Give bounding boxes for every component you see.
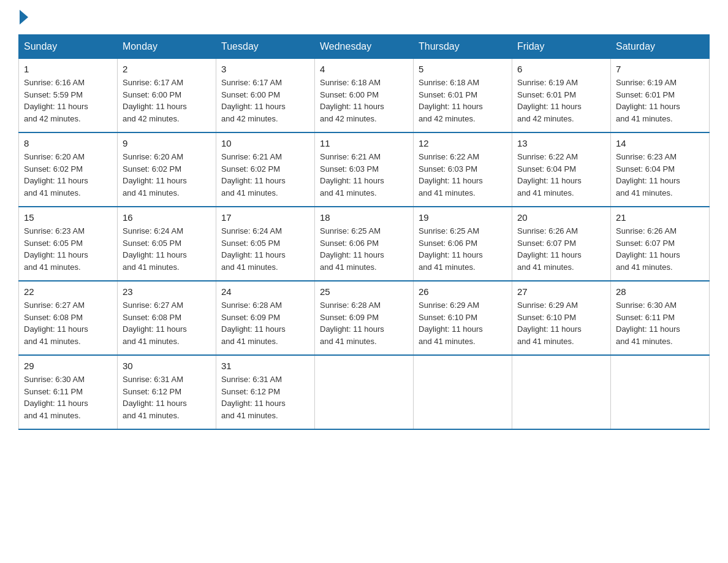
day-info: Sunrise: 6:26 AMSunset: 6:07 PMDaylight:…	[616, 225, 704, 273]
day-info: Sunrise: 6:21 AMSunset: 6:03 PMDaylight:…	[320, 151, 408, 199]
day-number: 17	[221, 212, 309, 223]
day-number: 21	[616, 212, 704, 223]
day-number: 28	[616, 286, 704, 297]
day-cell-30: 30Sunrise: 6:31 AMSunset: 6:12 PMDayligh…	[118, 355, 216, 429]
day-info: Sunrise: 6:30 AMSunset: 6:11 PMDaylight:…	[24, 373, 112, 421]
day-cell-20: 20Sunrise: 6:26 AMSunset: 6:07 PMDayligh…	[512, 207, 611, 281]
day-number: 30	[123, 361, 211, 371]
week-row-3: 15Sunrise: 6:23 AMSunset: 6:05 PMDayligh…	[19, 207, 710, 281]
day-cell-6: 6Sunrise: 6:19 AMSunset: 6:01 PMDaylight…	[512, 59, 611, 133]
day-info: Sunrise: 6:23 AMSunset: 6:05 PMDaylight:…	[24, 225, 112, 273]
day-number: 9	[123, 138, 211, 148]
calendar-header: SundayMondayTuesdayWednesdayThursdayFrid…	[19, 35, 710, 59]
day-number: 22	[24, 286, 112, 297]
day-info: Sunrise: 6:16 AMSunset: 5:59 PMDaylight:…	[24, 77, 112, 124]
day-info: Sunrise: 6:26 AMSunset: 6:07 PMDaylight:…	[517, 225, 605, 273]
day-info: Sunrise: 6:21 AMSunset: 6:02 PMDaylight:…	[221, 151, 309, 199]
week-row-1: 1Sunrise: 6:16 AMSunset: 5:59 PMDaylight…	[19, 59, 710, 133]
day-info: Sunrise: 6:18 AMSunset: 6:01 PMDaylight:…	[419, 77, 507, 124]
day-info: Sunrise: 6:18 AMSunset: 6:00 PMDaylight:…	[320, 77, 408, 124]
empty-cell	[315, 355, 414, 429]
day-info: Sunrise: 6:19 AMSunset: 6:01 PMDaylight:…	[616, 77, 704, 124]
day-info: Sunrise: 6:24 AMSunset: 6:05 PMDaylight:…	[123, 225, 211, 273]
day-cell-15: 15Sunrise: 6:23 AMSunset: 6:05 PMDayligh…	[19, 207, 118, 281]
day-cell-5: 5Sunrise: 6:18 AMSunset: 6:01 PMDaylight…	[414, 59, 512, 133]
week-row-4: 22Sunrise: 6:27 AMSunset: 6:08 PMDayligh…	[19, 281, 710, 355]
day-info: Sunrise: 6:29 AMSunset: 6:10 PMDaylight:…	[517, 299, 605, 347]
day-cell-7: 7Sunrise: 6:19 AMSunset: 6:01 PMDaylight…	[611, 59, 710, 133]
day-number: 18	[320, 212, 408, 223]
day-cell-25: 25Sunrise: 6:28 AMSunset: 6:09 PMDayligh…	[315, 281, 414, 355]
day-info: Sunrise: 6:25 AMSunset: 6:06 PMDaylight:…	[320, 225, 408, 273]
day-number: 31	[221, 361, 309, 371]
day-header-sunday: Sunday	[19, 35, 118, 59]
day-info: Sunrise: 6:31 AMSunset: 6:12 PMDaylight:…	[221, 373, 309, 421]
day-cell-29: 29Sunrise: 6:30 AMSunset: 6:11 PMDayligh…	[19, 355, 118, 429]
week-row-5: 29Sunrise: 6:30 AMSunset: 6:11 PMDayligh…	[19, 355, 710, 429]
day-number: 10	[221, 138, 309, 148]
day-info: Sunrise: 6:31 AMSunset: 6:12 PMDaylight:…	[123, 373, 211, 421]
day-cell-19: 19Sunrise: 6:25 AMSunset: 6:06 PMDayligh…	[414, 207, 512, 281]
day-cell-24: 24Sunrise: 6:28 AMSunset: 6:09 PMDayligh…	[216, 281, 315, 355]
day-cell-21: 21Sunrise: 6:26 AMSunset: 6:07 PMDayligh…	[611, 207, 710, 281]
calendar-table: SundayMondayTuesdayWednesdayThursdayFrid…	[18, 34, 710, 430]
day-cell-18: 18Sunrise: 6:25 AMSunset: 6:06 PMDayligh…	[315, 207, 414, 281]
day-header-monday: Monday	[118, 35, 216, 59]
day-cell-23: 23Sunrise: 6:27 AMSunset: 6:08 PMDayligh…	[118, 281, 216, 355]
day-cell-1: 1Sunrise: 6:16 AMSunset: 5:59 PMDaylight…	[19, 59, 118, 133]
day-info: Sunrise: 6:22 AMSunset: 6:03 PMDaylight:…	[419, 151, 507, 199]
day-number: 4	[320, 64, 408, 74]
day-number: 5	[419, 64, 507, 74]
day-cell-14: 14Sunrise: 6:23 AMSunset: 6:04 PMDayligh…	[611, 132, 710, 207]
day-header-saturday: Saturday	[611, 35, 710, 59]
day-number: 13	[517, 138, 605, 148]
day-number: 16	[123, 212, 211, 223]
day-number: 1	[24, 64, 112, 74]
day-number: 25	[320, 286, 408, 297]
day-info: Sunrise: 6:20 AMSunset: 6:02 PMDaylight:…	[123, 151, 211, 199]
day-number: 3	[221, 64, 309, 74]
day-cell-28: 28Sunrise: 6:30 AMSunset: 6:11 PMDayligh…	[611, 281, 710, 355]
logo-arrow-icon	[20, 10, 28, 25]
day-number: 24	[221, 286, 309, 297]
day-number: 8	[24, 138, 112, 148]
day-info: Sunrise: 6:22 AMSunset: 6:04 PMDaylight:…	[517, 151, 605, 199]
day-number: 14	[616, 138, 704, 148]
day-cell-26: 26Sunrise: 6:29 AMSunset: 6:10 PMDayligh…	[414, 281, 512, 355]
day-number: 11	[320, 138, 408, 148]
day-cell-27: 27Sunrise: 6:29 AMSunset: 6:10 PMDayligh…	[512, 281, 611, 355]
day-cell-8: 8Sunrise: 6:20 AMSunset: 6:02 PMDaylight…	[19, 132, 118, 207]
day-cell-17: 17Sunrise: 6:24 AMSunset: 6:05 PMDayligh…	[216, 207, 315, 281]
day-info: Sunrise: 6:23 AMSunset: 6:04 PMDaylight:…	[616, 151, 704, 199]
empty-cell	[414, 355, 512, 429]
day-header-friday: Friday	[512, 35, 611, 59]
day-cell-12: 12Sunrise: 6:22 AMSunset: 6:03 PMDayligh…	[414, 132, 512, 207]
page-header	[18, 12, 710, 22]
day-header-thursday: Thursday	[414, 35, 512, 59]
day-cell-2: 2Sunrise: 6:17 AMSunset: 6:00 PMDaylight…	[118, 59, 216, 133]
logo	[18, 12, 28, 22]
day-info: Sunrise: 6:27 AMSunset: 6:08 PMDaylight:…	[24, 299, 112, 347]
days-of-week-row: SundayMondayTuesdayWednesdayThursdayFrid…	[19, 35, 710, 59]
day-cell-9: 9Sunrise: 6:20 AMSunset: 6:02 PMDaylight…	[118, 132, 216, 207]
day-info: Sunrise: 6:17 AMSunset: 6:00 PMDaylight:…	[123, 77, 211, 124]
day-info: Sunrise: 6:28 AMSunset: 6:09 PMDaylight:…	[221, 299, 309, 347]
day-info: Sunrise: 6:25 AMSunset: 6:06 PMDaylight:…	[419, 225, 507, 273]
day-number: 7	[616, 64, 704, 74]
day-number: 26	[419, 286, 507, 297]
day-number: 12	[419, 138, 507, 148]
day-info: Sunrise: 6:28 AMSunset: 6:09 PMDaylight:…	[320, 299, 408, 347]
day-cell-4: 4Sunrise: 6:18 AMSunset: 6:00 PMDaylight…	[315, 59, 414, 133]
day-cell-11: 11Sunrise: 6:21 AMSunset: 6:03 PMDayligh…	[315, 132, 414, 207]
day-number: 29	[24, 361, 112, 371]
day-number: 6	[517, 64, 605, 74]
day-cell-10: 10Sunrise: 6:21 AMSunset: 6:02 PMDayligh…	[216, 132, 315, 207]
day-cell-22: 22Sunrise: 6:27 AMSunset: 6:08 PMDayligh…	[19, 281, 118, 355]
day-cell-16: 16Sunrise: 6:24 AMSunset: 6:05 PMDayligh…	[118, 207, 216, 281]
day-number: 19	[419, 212, 507, 223]
day-header-wednesday: Wednesday	[315, 35, 414, 59]
day-cell-3: 3Sunrise: 6:17 AMSunset: 6:00 PMDaylight…	[216, 59, 315, 133]
day-header-tuesday: Tuesday	[216, 35, 315, 59]
day-number: 27	[517, 286, 605, 297]
empty-cell	[512, 355, 611, 429]
